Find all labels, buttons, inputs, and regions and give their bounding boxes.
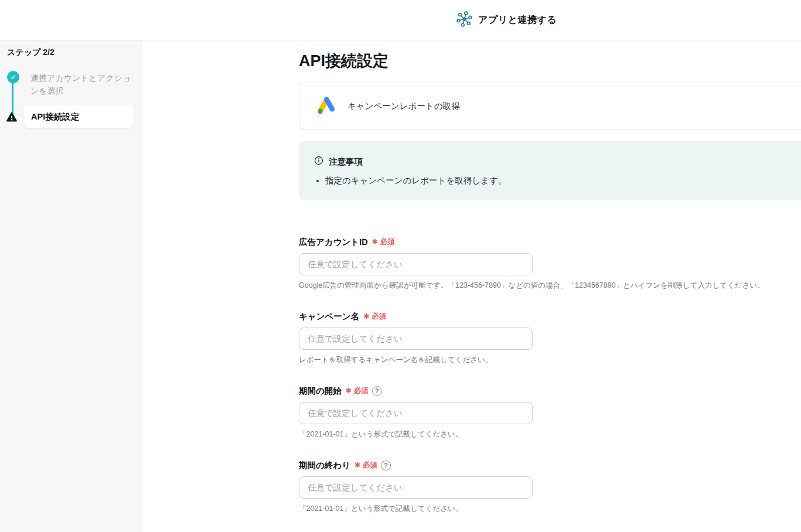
step-counter: ステップ 2/2 (7, 47, 54, 58)
sidebar-step-select-account-action[interactable]: 連携アカウントとアクションを選択 (30, 72, 131, 97)
sidebar-step-api-connection[interactable]: API接続設定 (24, 105, 134, 128)
notice-box: 注意事項 指定のキャンペーンのレポートを取得します。 (299, 141, 801, 200)
field-label: キャンペーン名 (299, 311, 359, 322)
page: アプリと連携する ステップ 2/2 連携アカウントとアクションを選択 API接続… (0, 0, 801, 532)
google-ads-icon (316, 94, 338, 118)
field-help-text: レポートを取得するキャンペーン名を記載してください。 (299, 355, 801, 365)
field-ad-account-id: 広告アカウントID ✱ 必須 Google広告の管理画面から確認が可能です。「1… (299, 236, 801, 291)
ad-account-id-input[interactable] (299, 253, 533, 275)
main-content: API接続設定 キャンペーンレポートの取得 (299, 40, 801, 532)
notice-title: 注意事項 (329, 156, 363, 168)
required-badge: ✱ 必須 (346, 386, 369, 396)
help-question-icon[interactable]: ? (372, 386, 382, 396)
info-icon (314, 156, 323, 168)
campaign-name-input[interactable] (299, 328, 533, 350)
page-title: API接続設定 (299, 50, 388, 71)
period-end-input[interactable] (299, 476, 533, 499)
api-settings-form: 広告アカウントID ✱ 必須 Google広告の管理画面から確認が可能です。「1… (299, 236, 801, 532)
sidebar: ステップ 2/2 連携アカウントとアクションを選択 API接続設定 (0, 40, 142, 532)
check-circle-icon (7, 71, 19, 83)
field-help-text: 「2021-01-01」という形式で記載してください。 (299, 504, 801, 514)
warning-triangle-icon (6, 111, 18, 123)
header-title: アプリと連携する (478, 14, 557, 26)
action-summary-card: キャンペーンレポートの取得 (299, 83, 801, 129)
step-connector-line (12, 79, 13, 115)
required-badge: ✱ 必須 (363, 312, 386, 322)
notice-list: 指定のキャンペーンのレポートを取得します。 (314, 175, 801, 186)
header-content: アプリと連携する (456, 0, 557, 40)
field-label: 広告アカウントID (299, 237, 368, 248)
integration-hub-icon (456, 11, 472, 29)
field-label: 期間の終わり (299, 460, 350, 471)
field-help-text: Google広告の管理画面から確認が可能です。「123-456-7890」などの… (299, 281, 801, 291)
field-period-end: 期間の終わり ✱ 必須 ? 「2021-01-01」という形式で記載してください… (299, 459, 801, 514)
help-question-icon[interactable]: ? (381, 461, 391, 470)
app-header: アプリと連携する (0, 0, 801, 40)
notice-item: 指定のキャンペーンのレポートを取得します。 (325, 175, 801, 186)
period-start-input[interactable] (299, 402, 533, 424)
field-label: 期間の開始 (299, 386, 342, 397)
field-campaign-name: キャンペーン名 ✱ 必須 レポートを取得するキャンペーン名を記載してください。 (299, 311, 801, 365)
required-badge: ✱ 必須 (372, 237, 395, 247)
field-period-start: 期間の開始 ✱ 必須 ? 「2021-01-01」という形式で記載してください。 (299, 385, 801, 439)
action-name: キャンペーンレポートの取得 (347, 101, 460, 112)
field-help-text: 「2021-01-01」という形式で記載してください。 (299, 429, 801, 439)
sidebar-step-api-connection-label: API接続設定 (31, 111, 79, 122)
required-badge: ✱ 必須 (355, 461, 377, 470)
